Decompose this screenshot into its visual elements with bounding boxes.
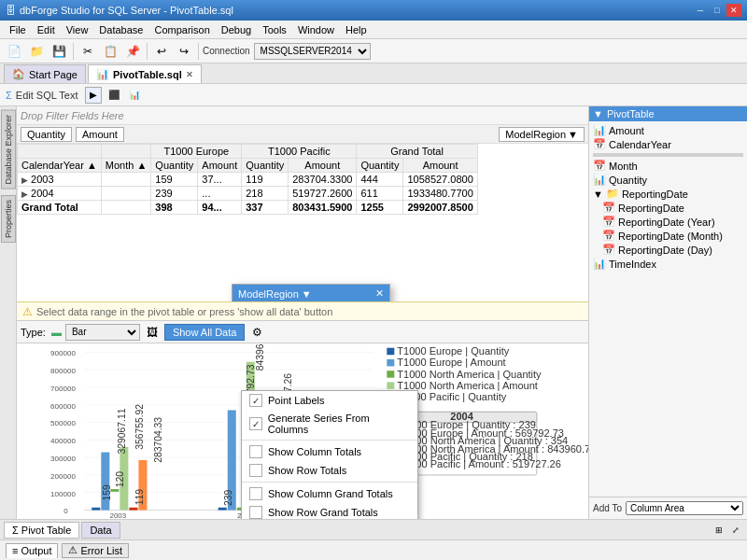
connection-select[interactable]: MSSQLSERVER2014 [254, 43, 371, 60]
sql-stop-button[interactable]: ⬛ [106, 87, 122, 104]
bottom-tab-pivot[interactable]: Σ Pivot Table [4, 522, 79, 539]
tree-icon-month: 📅 [593, 160, 606, 172]
ctx-show-row-totals[interactable]: Show Row Totals [242, 461, 417, 480]
right-panel-collapse-icon[interactable]: ▼ [593, 108, 603, 119]
svg-text:120: 120 [114, 471, 125, 487]
tab-start-page[interactable]: 🏠 Start Page [4, 64, 86, 83]
svg-text:700000: 700000 [50, 385, 76, 393]
ctx-show-col-grand[interactable]: Show Column Grand Totals [242, 484, 417, 503]
tree-item-reportingdate[interactable]: ▼ 📁 ReportingDate [589, 187, 747, 201]
row-2003-expand[interactable]: ▶ 2003 [18, 173, 102, 187]
ctx-show-row-grand[interactable]: Show Row Grand Totals [242, 503, 417, 519]
drop-filter-label: Drop Filter Fields Here [21, 110, 124, 121]
ctx-point-labels[interactable]: ✓ Point Labels [242, 391, 417, 410]
right-panel-title: PivotTable [607, 108, 655, 119]
tree-item-month[interactable]: 📅 Month [589, 159, 747, 173]
bar-2003-eu-qty [92, 508, 100, 511]
svg-rect-36 [387, 359, 394, 367]
sql-chart-button[interactable]: 📊 [126, 87, 143, 104]
warning-bar: ⚠ Select data range in the pivot table o… [17, 301, 588, 320]
quantity-field-btn[interactable]: Quantity [21, 127, 72, 142]
status-tab-errors[interactable]: ⚠ Error List [62, 543, 129, 558]
maximize-button[interactable]: □ [710, 4, 725, 17]
main-content: Database Explorer Properties Drop Filter… [0, 106, 747, 519]
row-2003-gt-amt: 1058527.0800 [403, 173, 477, 187]
tab-pivot-close[interactable]: ✕ [186, 70, 193, 79]
tree-item-rd-year[interactable]: 📅 ReportingDate (Year) [599, 215, 747, 229]
status-tab-output[interactable]: ≡ Output [6, 543, 58, 558]
row-2004-expand[interactable]: ▶ 2004 [18, 187, 102, 201]
tree-item-timeindex[interactable]: 📊 TimeIndex [589, 257, 747, 271]
toolbar-separator-3 [198, 43, 199, 60]
svg-text:T1000 Europe | Quantity: T1000 Europe | Quantity [397, 346, 510, 357]
cut-button[interactable]: ✂ [78, 42, 98, 61]
row-grand-pac-amt: 803431.5900 [289, 201, 357, 215]
menu-item-debug[interactable]: Debug [216, 22, 257, 37]
svg-text:2003: 2003 [109, 511, 126, 519]
drop-filter-bar: Drop Filter Fields Here [17, 106, 588, 125]
open-button[interactable]: 📁 [26, 42, 47, 61]
ctx-show-col-totals[interactable]: Show Column Totals [242, 442, 417, 461]
bottom-grid-btn[interactable]: ⊞ [712, 523, 726, 538]
menu-item-tools[interactable]: Tools [257, 22, 292, 37]
menu-item-database[interactable]: Database [93, 22, 148, 37]
sidebar-properties[interactable]: Properties [1, 195, 16, 243]
tree-item-calendaryear[interactable]: 📅 CalendarYear [589, 137, 747, 151]
tree-separator [593, 153, 743, 157]
save-button[interactable]: 💾 [49, 42, 69, 61]
area-select[interactable]: Column Area Row Area Filter Area Data Ar… [626, 501, 743, 515]
close-button[interactable]: ✕ [726, 4, 741, 17]
pivot-tab-label: Pivot Table [21, 525, 72, 536]
subheader-month[interactable]: Month ▲ [101, 159, 151, 173]
tree-item-quantity[interactable]: 📊 Quantity [589, 173, 747, 187]
amount-field-btn[interactable]: Amount [76, 127, 124, 142]
svg-text:0: 0 [63, 508, 68, 516]
chart-settings-btn[interactable]: ⚙ [248, 324, 265, 341]
minimize-button[interactable]: ─ [693, 4, 708, 17]
check-row-totals [249, 464, 262, 477]
chart-image-button[interactable]: 🖼 [144, 324, 161, 341]
modal-title[interactable]: ModelRegion ▼ ✕ [233, 285, 389, 301]
sidebar-db-explorer[interactable]: Database Explorer [1, 110, 16, 189]
menu-item-view[interactable]: View [61, 22, 94, 37]
tree-item-rd-month[interactable]: 📅 ReportingDate (Month) [599, 229, 747, 243]
row-2004-gt-amt: 1933480.7700 [403, 187, 477, 201]
chart-type-select[interactable]: Bar [65, 324, 140, 341]
row-2004-month [101, 187, 151, 201]
svg-text:119: 119 [134, 489, 145, 505]
menu-item-help[interactable]: Help [340, 22, 373, 37]
tab-start-label: Start Page [29, 69, 78, 80]
ctx-generate-series[interactable]: ✓ Generate Series From Columns [242, 410, 417, 438]
row-2003-month [101, 173, 151, 187]
paste-button[interactable]: 📌 [122, 42, 143, 61]
menu-item-file[interactable]: File [4, 22, 32, 37]
model-region-dropdown[interactable]: ModelRegion ▼ [499, 127, 585, 142]
tab-start-icon: 🏠 [12, 68, 25, 80]
ctx-show-row-totals-text: Show Row Totals [268, 465, 346, 476]
bottom-tab-data[interactable]: Data [81, 522, 120, 539]
redo-button[interactable]: ↪ [174, 42, 194, 61]
tree-item-rd[interactable]: 📅 ReportingDate [599, 201, 747, 215]
row-2004-eu-qty: 239 [151, 187, 198, 201]
row-2004-gt-qty: 611 [357, 187, 403, 201]
tree-item-amount[interactable]: 📊 Amount [589, 123, 747, 137]
undo-button[interactable]: ↩ [151, 42, 172, 61]
menu-item-window[interactable]: Window [292, 22, 340, 37]
subheader-calendar[interactable]: CalendarYear ▲ [18, 159, 102, 173]
row-grand-pac-qty: 337 [242, 201, 289, 215]
show-all-data-btn[interactable]: Show All Data [164, 324, 245, 341]
new-button[interactable]: 📄 [4, 42, 24, 61]
left-sidebar: Database Explorer Properties [0, 106, 17, 519]
sql-run-button[interactable]: ▶ [85, 87, 102, 104]
modal-close-icon[interactable]: ✕ [375, 287, 384, 300]
pivot-table-area[interactable]: T1000 Europe T1000 Pacific Grand Total C… [17, 144, 588, 301]
tab-pivot-table[interactable]: 📊 PivotTable.sql ✕ [88, 64, 202, 83]
copy-button[interactable]: 📋 [100, 42, 120, 61]
bottom-expand-btn[interactable]: ⤢ [728, 523, 743, 538]
subheader-gt-qty: Quantity [357, 159, 403, 173]
menu-item-edit[interactable]: Edit [32, 22, 61, 37]
svg-rect-38 [387, 371, 394, 378]
tree-item-rd-day[interactable]: 📅 ReportingDate (Day) [599, 243, 747, 257]
tree-icon-quantity: 📊 [593, 174, 606, 186]
menu-item-comparison[interactable]: Comparison [148, 22, 215, 37]
